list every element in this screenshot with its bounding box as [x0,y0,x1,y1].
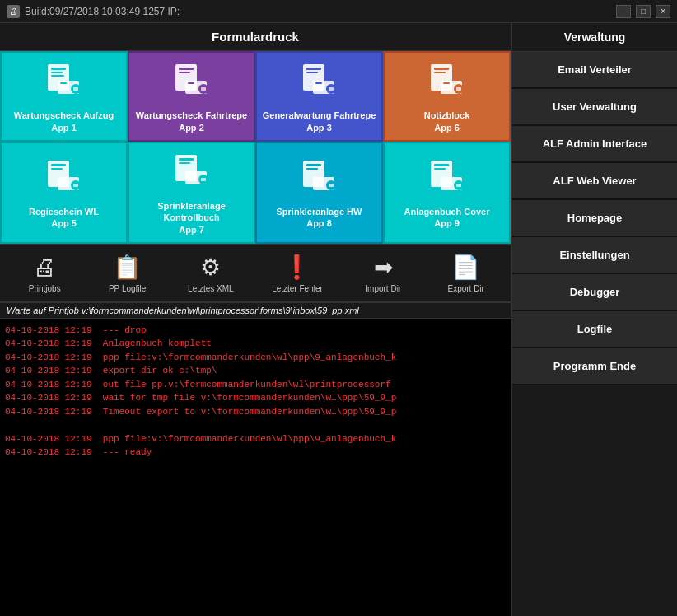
export-dir-button[interactable]: 📄 Export Dir [437,250,495,296]
svg-rect-26 [443,82,450,84]
bottom-toolbar: 🖨 Printjobs 📋 PP Logfile ⚙ Letztes XML ❗… [0,244,511,303]
letzter-fehler-label: Letzter Fehler [272,284,323,293]
app3-icon [301,63,338,103]
app-tile-app7[interactable]: Sprinkleranlage KontrollbuchApp 7 [128,142,255,244]
svg-rect-3 [51,75,64,77]
svg-rect-52 [456,184,461,187]
svg-rect-1 [51,68,66,70]
svg-rect-12 [188,82,194,84]
title-bar: 🖨 Build:09/27/2018 10:03:49 1257 IP: — □… [0,0,677,23]
svg-rect-19 [315,82,322,84]
printjobs-button[interactable]: 🖨 Printjobs [16,250,73,296]
log-area[interactable]: 04-10-2018 12:19 --- drop 04-10-2018 12:… [0,319,511,616]
app-grid-row1: Wartungscheck AufzugApp 1 Wartungscheck … [0,51,511,142]
printjobs-label: Printjobs [29,284,61,293]
app-grid-row2: Regieschein WLApp 5 Sprinkleranlage Kont… [0,142,511,244]
close-button[interactable]: ✕ [656,5,670,18]
svg-rect-34 [73,184,78,187]
window-controls: — □ ✕ [616,5,670,18]
app7-label: Sprinkleranlage KontrollbuchApp 7 [134,200,249,236]
alf-web-viewer-button[interactable]: ALF Web Viewer [512,163,677,200]
einstellungen-button[interactable]: Einstellungen [512,237,677,274]
app3-label: Generalwartung FahrtrepeApp 3 [263,110,376,133]
programm-ende-button[interactable]: Programm Ende [512,348,677,385]
svg-rect-16 [306,68,321,70]
app8-icon [301,159,338,199]
app2-icon [174,63,210,103]
svg-rect-10 [179,72,190,73]
import-dir-button[interactable]: ➡ Import Dir [354,250,412,296]
app1-icon [46,63,82,103]
svg-rect-37 [179,162,190,164]
svg-rect-2 [51,72,63,73]
import-dir-label: Import Dir [365,284,401,293]
export-dir-label: Export Dir [447,284,483,293]
app-tile-app8[interactable]: Sprinkleranlage HWApp 8 [255,142,383,244]
app9-label: Anlagenbuch CoverApp 9 [404,206,490,230]
svg-rect-30 [51,164,66,166]
email-verteiler-button[interactable]: Email Verteiler [512,52,677,89]
svg-rect-36 [179,158,194,161]
app6-label: NotizblockApp 6 [424,110,470,133]
svg-rect-17 [306,72,318,73]
svg-rect-49 [434,168,446,170]
log-container: 04-10-2018 12:19 --- drop 04-10-2018 12:… [0,319,511,616]
app5-label: Regieschein WLApp 5 [29,206,99,230]
app6-icon [429,63,465,103]
status-bar: Warte auf Printjob v:\formcommanderkunde… [0,303,511,319]
alf-admin-interface-button[interactable]: ALF Admin Interface [512,126,677,163]
letztes-xml-icon: ⚙ [200,254,221,281]
letzter-fehler-icon: ❗ [282,254,311,281]
svg-rect-43 [306,168,318,170]
app-tile-app2[interactable]: Wartungscheck FahrtrepeApp 2 [128,51,255,142]
app-tile-app3[interactable]: Generalwartung FahrtrepeApp 3 [255,51,383,142]
app-tile-app6[interactable]: NotizblockApp 6 [383,51,511,142]
svg-rect-24 [434,72,446,73]
import-dir-icon: ➡ [374,254,393,281]
svg-rect-5 [60,82,67,84]
svg-rect-48 [434,164,449,166]
right-sidebar: Verwaltung Email Verteiler User Verwaltu… [512,23,677,616]
maximize-button[interactable]: □ [636,5,651,18]
svg-rect-42 [306,164,321,166]
app7-icon [174,153,210,194]
svg-rect-40 [201,178,206,181]
app-tile-app9[interactable]: Anlagenbuch CoverApp 9 [383,142,511,244]
svg-rect-31 [51,168,63,170]
app-icon: 🖨 [7,5,20,18]
formulardruck-header: Formulardruck [0,23,511,51]
svg-rect-21 [329,87,334,91]
svg-rect-23 [434,68,449,70]
svg-rect-46 [329,184,334,187]
export-dir-icon: 📄 [451,254,480,281]
pp-logfile-button[interactable]: 📋 PP Logfile [99,250,156,296]
app-tile-app5[interactable]: Regieschein WLApp 5 [0,142,128,244]
homepage-button[interactable]: Homepage [512,200,677,237]
app-tile-app1[interactable]: Wartungscheck AufzugApp 1 [0,51,128,142]
svg-rect-7 [73,87,78,91]
letzter-fehler-button[interactable]: ❗ Letzter Fehler [265,250,329,296]
minimize-button[interactable]: — [616,5,631,18]
app2-label: Wartungscheck FahrtrepeApp 2 [136,110,247,133]
pp-logfile-icon: 📋 [113,254,142,281]
verwaltung-header: Verwaltung [512,23,677,52]
svg-rect-9 [179,68,194,70]
main-layout: Formulardruck Wartungscheck Au [0,23,677,616]
app9-icon [429,159,465,199]
title-text: Build:09/27/2018 10:03:49 1257 IP: [25,6,180,17]
debugger-button[interactable]: Debugger [512,274,677,311]
logfile-button[interactable]: Logfile [512,311,677,348]
printjobs-icon: 🖨 [33,254,56,281]
left-panel: Formulardruck Wartungscheck Au [0,23,512,616]
pp-logfile-label: PP Logfile [109,284,146,293]
app5-icon [46,159,82,199]
letztes-xml-label: Letztes XML [188,284,234,293]
app1-label: Wartungscheck AufzugApp 1 [14,110,114,133]
svg-rect-28 [456,87,461,91]
app8-label: Sprinkleranlage HWApp 8 [277,206,362,230]
svg-rect-14 [201,87,206,91]
user-verwaltung-button[interactable]: User Verwaltung [512,89,677,126]
letztes-xml-button[interactable]: ⚙ Letztes XML [181,250,240,296]
